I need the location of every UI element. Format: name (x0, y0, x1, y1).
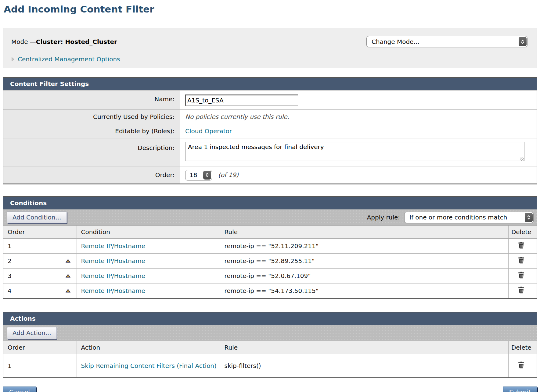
order-select-value: 18 (185, 171, 197, 179)
chevron-updown-icon (525, 213, 533, 222)
trash-icon (518, 245, 524, 250)
actions-table: Order Action Rule Delete 1 Skip Remainin… (3, 341, 537, 377)
policies-label: Currently Used by Policies: (3, 110, 180, 124)
condition-order: 2 (8, 257, 12, 265)
mode-label: Mode — (11, 38, 36, 45)
conditions-table: Order Condition Rule Delete 1 Remote IP/… (3, 226, 537, 298)
action-order: 1 (8, 362, 12, 369)
chevron-updown-icon (519, 37, 527, 46)
description-label: Description: (3, 138, 180, 166)
condition-link[interactable]: Remote IP/Hostname (81, 242, 145, 250)
condition-rule: remote-ip == "52.11.209.211" (220, 239, 508, 254)
delete-condition-button[interactable] (518, 272, 524, 279)
apply-rule-select-value: If one or more conditions match (405, 214, 507, 221)
cancel-button[interactable]: Cancel (3, 387, 36, 392)
order-total-note: (of 19) (218, 171, 239, 179)
add-condition-button[interactable]: Add Condition... (7, 212, 67, 223)
triangle-up-icon (66, 274, 70, 279)
roles-label: Editable by (Roles): (3, 124, 180, 138)
change-mode-select[interactable]: Change Mode... (366, 36, 527, 47)
settings-panel-title: Content Filter Settings (3, 78, 537, 90)
action-row: 1 Skip Remaining Content Filters (Final … (3, 354, 537, 377)
actions-col-order: Order (3, 341, 77, 354)
order-label: Order: (3, 166, 180, 184)
page-title: Add Incoming Content Filter (4, 4, 537, 15)
condition-row: 1 Remote IP/Hostname remote-ip == "52.11… (3, 239, 537, 254)
conditions-panel: Conditions Add Condition... Apply rule: … (3, 196, 537, 299)
actions-panel: Actions Add Action... Order Action Rule … (3, 312, 537, 378)
content-filter-settings-panel: Content Filter Settings Name: Currently … (3, 77, 537, 184)
conditions-col-order: Order (3, 226, 77, 239)
chevron-updown-icon (203, 171, 211, 180)
move-up-button[interactable] (66, 259, 70, 263)
action-link[interactable]: Skip Remaining Content Filters (Final Ac… (81, 362, 217, 369)
triangle-up-icon (66, 289, 70, 294)
name-label: Name: (3, 91, 180, 109)
name-input[interactable] (185, 94, 298, 106)
action-rule: skip-filters() (220, 354, 508, 377)
move-up-button[interactable] (66, 289, 70, 293)
move-up-button[interactable] (66, 274, 70, 278)
delete-action-button[interactable] (518, 362, 524, 369)
conditions-col-condition: Condition (77, 226, 220, 239)
condition-row: 4 Remote IP/Hostname remote-ip == "54.17… (3, 283, 537, 298)
condition-link[interactable]: Remote IP/Hostname (81, 287, 145, 294)
order-select[interactable]: 18 (185, 170, 212, 180)
condition-rule: remote-ip == "52.0.67.109" (220, 269, 508, 283)
conditions-col-delete: Delete (508, 226, 537, 239)
condition-link[interactable]: Remote IP/Hostname (81, 257, 145, 265)
condition-rule: remote-ip == "54.173.50.115" (220, 283, 508, 298)
roles-value-link[interactable]: Cloud Operator (185, 127, 232, 135)
delete-condition-button[interactable] (518, 287, 524, 294)
centralized-management-options-link[interactable]: Centralized Management Options (18, 55, 120, 63)
trash-icon (518, 290, 524, 294)
condition-row: 3 Remote IP/Hostname remote-ip == "52.0.… (3, 269, 537, 283)
mode-panel: Mode —Cluster: Hosted_Cluster Change Mod… (3, 28, 537, 68)
condition-rule: remote-ip == "52.89.255.11" (220, 254, 508, 269)
delete-condition-button[interactable] (518, 257, 524, 264)
trash-icon (518, 260, 524, 265)
change-mode-select-value: Change Mode... (367, 38, 419, 45)
condition-link[interactable]: Remote IP/Hostname (81, 272, 145, 280)
condition-row: 2 Remote IP/Hostname remote-ip == "52.89… (3, 254, 537, 269)
actions-panel-title: Actions (3, 312, 537, 325)
add-action-button[interactable]: Add Action... (7, 327, 57, 339)
condition-order: 1 (8, 242, 12, 250)
conditions-col-rule: Rule (220, 226, 508, 239)
submit-button[interactable]: Submit (503, 387, 537, 392)
conditions-panel-title: Conditions (3, 197, 537, 209)
trash-icon (518, 275, 524, 280)
apply-rule-select[interactable]: If one or more conditions match (404, 212, 534, 223)
delete-condition-button[interactable] (518, 242, 524, 249)
apply-rule-label: Apply rule: (367, 214, 400, 221)
triangle-up-icon (66, 259, 70, 264)
mode-value: Cluster: Hosted_Cluster (36, 38, 117, 45)
actions-col-rule: Rule (220, 341, 508, 354)
actions-col-action: Action (77, 341, 220, 354)
condition-order: 3 (8, 272, 12, 280)
policies-value: No policies currently use this rule. (185, 113, 289, 120)
actions-col-delete: Delete (508, 341, 537, 354)
trash-icon (518, 365, 524, 369)
mode-text: Mode —Cluster: Hosted_Cluster (11, 38, 117, 45)
description-textarea[interactable]: Area 1 inspected messages for final deli… (185, 142, 524, 161)
condition-order: 4 (8, 287, 12, 294)
disclosure-triangle-icon (11, 57, 14, 61)
